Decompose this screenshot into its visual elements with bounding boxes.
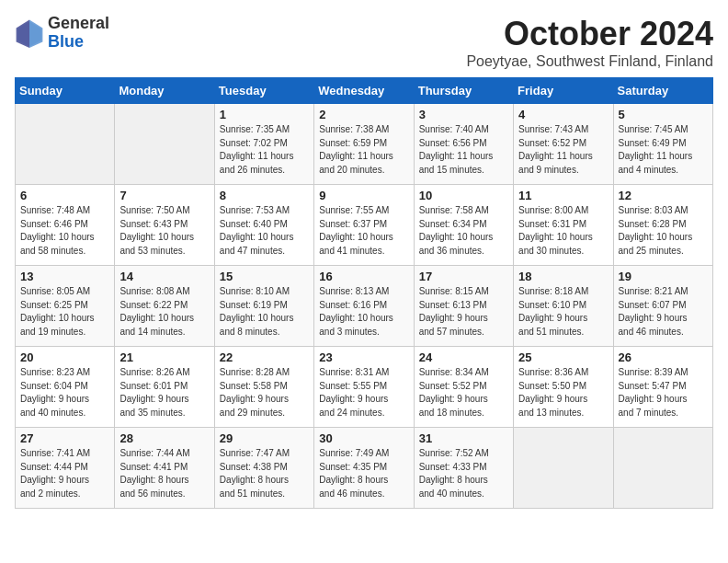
day-number: 30 [319, 431, 408, 445]
day-info: Sunrise: 7:58 AM Sunset: 6:34 PM Dayligh… [419, 204, 508, 258]
day-info: Sunrise: 7:44 AM Sunset: 4:41 PM Dayligh… [119, 447, 209, 500]
day-info: Sunrise: 8:23 AM Sunset: 6:04 PM Dayligh… [20, 366, 109, 419]
day-info: Sunrise: 7:52 AM Sunset: 4:33 PM Dayligh… [419, 447, 508, 500]
calendar-cell: 20Sunrise: 8:23 AM Sunset: 6:04 PM Dayli… [16, 347, 115, 428]
day-number: 24 [419, 350, 508, 364]
calendar-cell [16, 104, 115, 185]
calendar-cell: 10Sunrise: 7:58 AM Sunset: 6:34 PM Dayli… [414, 185, 513, 266]
day-number: 20 [20, 350, 109, 364]
month-title: October 2024 [466, 15, 713, 53]
day-number: 12 [619, 189, 708, 202]
day-number: 7 [119, 189, 209, 202]
day-number: 21 [119, 350, 209, 364]
calendar-cell: 9Sunrise: 7:55 AM Sunset: 6:37 PM Daylig… [314, 185, 414, 266]
day-number: 11 [518, 189, 608, 202]
day-number: 28 [119, 431, 209, 445]
calendar-cell: 22Sunrise: 8:28 AM Sunset: 5:58 PM Dayli… [214, 347, 313, 428]
calendar-cell: 11Sunrise: 8:00 AM Sunset: 6:31 PM Dayli… [514, 185, 613, 266]
day-number: 3 [419, 108, 508, 121]
day-info: Sunrise: 8:36 AM Sunset: 5:50 PM Dayligh… [518, 366, 608, 419]
day-info: Sunrise: 7:45 AM Sunset: 6:49 PM Dayligh… [619, 123, 708, 177]
day-header-sunday: Sunday [16, 78, 115, 104]
calendar-header: SundayMondayTuesdayWednesdayThursdayFrid… [16, 78, 713, 104]
title-block: October 2024 Poeytyae, Southwest Finland… [466, 15, 713, 70]
calendar-cell: 30Sunrise: 7:49 AM Sunset: 4:35 PM Dayli… [314, 428, 414, 509]
location-title: Poeytyae, Southwest Finland, Finland [466, 53, 713, 70]
calendar-cell: 1Sunrise: 7:35 AM Sunset: 7:02 PM Daylig… [214, 104, 313, 185]
day-info: Sunrise: 7:47 AM Sunset: 4:38 PM Dayligh… [220, 447, 309, 500]
calendar-cell: 29Sunrise: 7:47 AM Sunset: 4:38 PM Dayli… [214, 428, 313, 509]
calendar-table: SundayMondayTuesdayWednesdayThursdayFrid… [15, 77, 713, 509]
calendar-cell: 19Sunrise: 8:21 AM Sunset: 6:07 PM Dayli… [613, 266, 712, 347]
day-info: Sunrise: 7:50 AM Sunset: 6:43 PM Dayligh… [119, 204, 209, 258]
day-info: Sunrise: 8:28 AM Sunset: 5:58 PM Dayligh… [220, 366, 309, 419]
header-row: SundayMondayTuesdayWednesdayThursdayFrid… [16, 78, 713, 104]
calendar-cell: 5Sunrise: 7:45 AM Sunset: 6:49 PM Daylig… [613, 104, 712, 185]
day-header-tuesday: Tuesday [214, 78, 313, 104]
logo-text: General Blue [48, 15, 109, 52]
day-number: 15 [220, 270, 309, 283]
day-number: 4 [518, 108, 608, 121]
calendar-cell: 12Sunrise: 8:03 AM Sunset: 6:28 PM Dayli… [613, 185, 712, 266]
calendar-cell: 26Sunrise: 8:39 AM Sunset: 5:47 PM Dayli… [613, 347, 712, 428]
day-number: 27 [20, 431, 109, 445]
day-number: 17 [419, 270, 508, 283]
calendar-cell: 18Sunrise: 8:18 AM Sunset: 6:10 PM Dayli… [514, 266, 613, 347]
day-number: 19 [619, 270, 708, 283]
calendar-cell: 15Sunrise: 8:10 AM Sunset: 6:19 PM Dayli… [214, 266, 313, 347]
day-number: 26 [619, 350, 708, 364]
day-number: 8 [220, 189, 309, 202]
day-number: 6 [20, 189, 109, 202]
day-number: 5 [619, 108, 708, 121]
day-info: Sunrise: 7:35 AM Sunset: 7:02 PM Dayligh… [220, 123, 309, 177]
calendar-cell: 24Sunrise: 8:34 AM Sunset: 5:52 PM Dayli… [414, 347, 513, 428]
week-row-2: 6Sunrise: 7:48 AM Sunset: 6:46 PM Daylig… [16, 185, 713, 266]
calendar-cell: 27Sunrise: 7:41 AM Sunset: 4:44 PM Dayli… [16, 428, 115, 509]
svg-marker-1 [29, 19, 42, 47]
day-info: Sunrise: 7:41 AM Sunset: 4:44 PM Dayligh… [20, 447, 109, 500]
day-info: Sunrise: 8:26 AM Sunset: 6:01 PM Dayligh… [119, 366, 209, 419]
week-row-1: 1Sunrise: 7:35 AM Sunset: 7:02 PM Daylig… [16, 104, 713, 185]
day-number: 22 [220, 350, 309, 364]
calendar-cell: 6Sunrise: 7:48 AM Sunset: 6:46 PM Daylig… [16, 185, 115, 266]
calendar-cell: 25Sunrise: 8:36 AM Sunset: 5:50 PM Dayli… [514, 347, 613, 428]
day-info: Sunrise: 7:53 AM Sunset: 6:40 PM Dayligh… [220, 204, 309, 258]
calendar-cell: 3Sunrise: 7:40 AM Sunset: 6:56 PM Daylig… [414, 104, 513, 185]
day-info: Sunrise: 7:38 AM Sunset: 6:59 PM Dayligh… [319, 123, 408, 177]
calendar-cell: 7Sunrise: 7:50 AM Sunset: 6:43 PM Daylig… [115, 185, 214, 266]
day-info: Sunrise: 8:10 AM Sunset: 6:19 PM Dayligh… [220, 285, 309, 339]
calendar-cell: 21Sunrise: 8:26 AM Sunset: 6:01 PM Dayli… [115, 347, 214, 428]
calendar-body: 1Sunrise: 7:35 AM Sunset: 7:02 PM Daylig… [16, 104, 713, 509]
day-number: 18 [518, 270, 608, 283]
day-number: 23 [319, 350, 408, 364]
day-number: 25 [518, 350, 608, 364]
day-info: Sunrise: 8:03 AM Sunset: 6:28 PM Dayligh… [619, 204, 708, 258]
calendar-cell: 28Sunrise: 7:44 AM Sunset: 4:41 PM Dayli… [115, 428, 214, 509]
calendar-cell: 13Sunrise: 8:05 AM Sunset: 6:25 PM Dayli… [16, 266, 115, 347]
calendar-cell: 14Sunrise: 8:08 AM Sunset: 6:22 PM Dayli… [115, 266, 214, 347]
calendar-cell: 31Sunrise: 7:52 AM Sunset: 4:33 PM Dayli… [414, 428, 513, 509]
day-info: Sunrise: 8:15 AM Sunset: 6:13 PM Dayligh… [419, 285, 508, 339]
day-info: Sunrise: 8:18 AM Sunset: 6:10 PM Dayligh… [518, 285, 608, 339]
week-row-3: 13Sunrise: 8:05 AM Sunset: 6:25 PM Dayli… [16, 266, 713, 347]
day-header-saturday: Saturday [613, 78, 712, 104]
day-info: Sunrise: 8:00 AM Sunset: 6:31 PM Dayligh… [518, 204, 608, 258]
day-number: 16 [319, 270, 408, 283]
calendar-cell [115, 104, 214, 185]
day-info: Sunrise: 8:05 AM Sunset: 6:25 PM Dayligh… [20, 285, 109, 339]
day-header-friday: Friday [514, 78, 613, 104]
day-info: Sunrise: 8:39 AM Sunset: 5:47 PM Dayligh… [619, 366, 708, 419]
week-row-4: 20Sunrise: 8:23 AM Sunset: 6:04 PM Dayli… [16, 347, 713, 428]
day-number: 13 [20, 270, 109, 283]
day-info: Sunrise: 7:48 AM Sunset: 6:46 PM Dayligh… [20, 204, 109, 258]
calendar-cell: 2Sunrise: 7:38 AM Sunset: 6:59 PM Daylig… [314, 104, 414, 185]
day-info: Sunrise: 7:55 AM Sunset: 6:37 PM Dayligh… [319, 204, 408, 258]
day-info: Sunrise: 7:43 AM Sunset: 6:52 PM Dayligh… [518, 123, 608, 177]
logo-icon [15, 18, 44, 48]
logo: General Blue [15, 15, 109, 52]
day-number: 1 [220, 108, 309, 121]
calendar-cell: 16Sunrise: 8:13 AM Sunset: 6:16 PM Dayli… [314, 266, 414, 347]
day-number: 31 [419, 431, 508, 445]
calendar-cell: 8Sunrise: 7:53 AM Sunset: 6:40 PM Daylig… [214, 185, 313, 266]
svg-marker-2 [17, 19, 29, 47]
